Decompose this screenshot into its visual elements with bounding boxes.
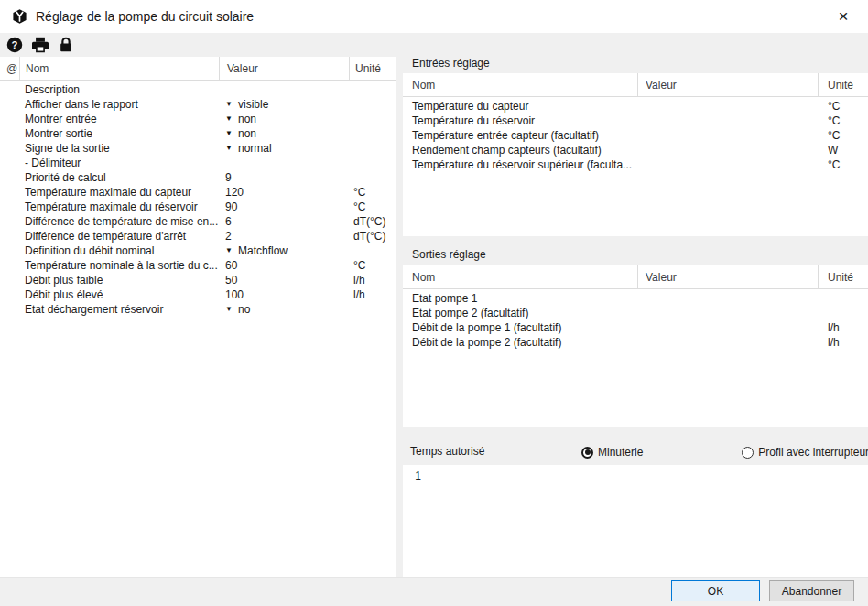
table-row[interactable]: Différence de température d'arrêt2dT(°C) xyxy=(0,229,396,243)
param-value[interactable]: 50 xyxy=(220,273,350,287)
column-header-valeur: Valeur xyxy=(638,73,819,96)
io-unit: W xyxy=(819,143,868,157)
param-name: Différence de température d'arrêt xyxy=(0,229,220,243)
table-row[interactable]: Etat déchargement réservoirno xyxy=(0,302,396,317)
param-value-dropdown[interactable]: visible xyxy=(220,97,350,112)
table-row[interactable]: Température nominale à la sortie du c...… xyxy=(0,258,396,273)
table-row[interactable]: Différence de température de mise en...6… xyxy=(0,214,396,229)
table-row[interactable]: Débit plus élevé100l/h xyxy=(0,287,396,302)
dropdown-arrow-icon xyxy=(225,97,238,112)
lock-icon[interactable] xyxy=(55,35,77,55)
table-row[interactable]: Température du capteur°C xyxy=(403,99,868,114)
table-row[interactable]: Afficher dans le rapportvisible xyxy=(0,97,396,112)
param-value[interactable]: 60 xyxy=(220,258,350,273)
svg-text:?: ? xyxy=(12,39,18,50)
param-name: Débit plus élevé xyxy=(0,287,220,302)
param-unit: °C xyxy=(350,200,396,214)
table-row[interactable]: Température du réservoir°C xyxy=(403,114,868,128)
param-unit xyxy=(350,302,396,317)
table-row[interactable]: Température maximale du capteur120°C xyxy=(0,185,396,200)
dropdown-arrow-icon xyxy=(225,112,238,126)
param-value-dropdown[interactable]: non xyxy=(220,112,350,126)
column-header-nom: Nom xyxy=(403,73,638,96)
table-row[interactable]: Température maximale du réservoir90°C xyxy=(0,200,396,214)
param-value[interactable]: 120 xyxy=(220,185,350,200)
radio-profil-label: Profil avec interrupteur xyxy=(758,446,868,459)
io-unit xyxy=(819,306,868,320)
io-name: Température du capteur xyxy=(403,99,638,114)
column-header-nom: Nom xyxy=(20,57,220,80)
io-name: Débit de la pompe 1 (facultatif) xyxy=(403,320,638,335)
io-name: Température du réservoir supérieur (facu… xyxy=(403,157,638,172)
close-icon[interactable]: × xyxy=(831,5,855,27)
table-row[interactable]: Débit plus faible50l/h xyxy=(0,273,396,287)
param-value[interactable]: 100 xyxy=(220,287,350,302)
param-name: Signe de la sortie xyxy=(0,141,220,156)
io-value xyxy=(638,143,819,157)
table-row[interactable]: Priorité de calcul9 xyxy=(0,170,396,185)
cancel-button[interactable]: Abandonner xyxy=(769,580,854,601)
entrees-rows: Température du capteur°CTempérature du r… xyxy=(403,97,868,172)
table-row[interactable]: Température entrée capteur (facultatif)°… xyxy=(403,128,868,143)
timer-mode-radios: Minuterie Profil avec interrupteur xyxy=(581,446,868,459)
param-unit xyxy=(350,156,396,170)
parameter-table-header: @ Nom Valeur Unité xyxy=(0,57,396,81)
help-icon[interactable]: ? xyxy=(4,35,26,55)
param-unit: dT(°C) xyxy=(350,229,396,243)
io-unit: °C xyxy=(819,157,868,172)
param-value-dropdown[interactable]: no xyxy=(220,302,350,317)
io-name: Rendement champ capteurs (facultatif) xyxy=(403,143,638,157)
table-row[interactable]: Montrer sortienon xyxy=(0,126,396,141)
table-row[interactable]: Description xyxy=(0,82,396,97)
param-name: - Délimiteur xyxy=(0,156,220,170)
table-row[interactable]: Definition du débit nominalMatchflow xyxy=(0,243,396,258)
param-value[interactable] xyxy=(220,82,350,97)
param-value[interactable]: 2 xyxy=(220,229,350,243)
param-value[interactable]: 9 xyxy=(220,170,350,185)
radio-profil[interactable]: Profil avec interrupteur xyxy=(742,446,868,459)
table-row[interactable]: Etat pompe 2 (facultatif) xyxy=(403,306,868,320)
table-row[interactable]: Rendement champ capteurs (facultatif)W xyxy=(403,143,868,157)
io-unit: °C xyxy=(819,114,868,128)
table-row[interactable]: Montrer entréenon xyxy=(0,112,396,126)
param-unit xyxy=(350,112,396,126)
param-name: Température nominale à la sortie du c... xyxy=(0,258,220,273)
io-name: Etat pompe 1 xyxy=(403,291,638,306)
param-value[interactable]: 90 xyxy=(220,200,350,214)
param-unit: °C xyxy=(350,185,396,200)
param-value-dropdown[interactable]: Matchflow xyxy=(220,243,350,258)
param-name: Montrer sortie xyxy=(0,126,220,141)
temps-autorise-label: Temps autorisé xyxy=(410,445,484,458)
io-name: Etat pompe 2 (facultatif) xyxy=(403,306,638,320)
param-name: Montrer entrée xyxy=(0,112,220,126)
io-value xyxy=(638,335,819,350)
param-value[interactable]: 6 xyxy=(220,214,350,229)
parameter-rows: DescriptionAfficher dans le rapportvisib… xyxy=(0,82,396,317)
radio-selected-icon xyxy=(581,447,593,459)
entrees-table: Nom Valeur Unité Température du capteur°… xyxy=(403,73,868,236)
column-header-unite: Unité xyxy=(819,73,868,96)
param-name: Priorité de calcul xyxy=(0,170,220,185)
param-name: Température maximale du capteur xyxy=(0,185,220,200)
param-unit xyxy=(350,126,396,141)
table-row[interactable]: Débit de la pompe 2 (facultatif)l/h xyxy=(403,335,868,350)
param-name: Afficher dans le rapport xyxy=(0,97,220,112)
table-row[interactable]: - Délimiteur xyxy=(0,156,396,170)
param-unit: dT(°C) xyxy=(350,214,396,229)
radio-minuterie[interactable]: Minuterie xyxy=(581,446,643,459)
param-value-dropdown[interactable]: normal xyxy=(220,141,350,156)
dropdown-arrow-icon xyxy=(225,243,238,258)
table-row[interactable]: Signe de la sortienormal xyxy=(0,141,396,156)
param-value-dropdown[interactable]: non xyxy=(220,126,350,141)
table-row[interactable]: Etat pompe 1 xyxy=(403,291,868,306)
toolbar: ? xyxy=(0,33,868,57)
table-row[interactable]: Débit de la pompe 1 (facultatif)l/h xyxy=(403,320,868,335)
io-name: Débit de la pompe 2 (facultatif) xyxy=(403,335,638,350)
ok-button[interactable]: OK xyxy=(671,580,760,601)
param-name: Température maximale du réservoir xyxy=(0,200,220,214)
sorties-table-header: Nom Valeur Unité xyxy=(403,265,868,289)
param-value[interactable] xyxy=(220,156,350,170)
table-row[interactable]: Température du réservoir supérieur (facu… xyxy=(403,157,868,172)
print-icon[interactable] xyxy=(29,35,51,55)
param-unit: l/h xyxy=(350,287,396,302)
